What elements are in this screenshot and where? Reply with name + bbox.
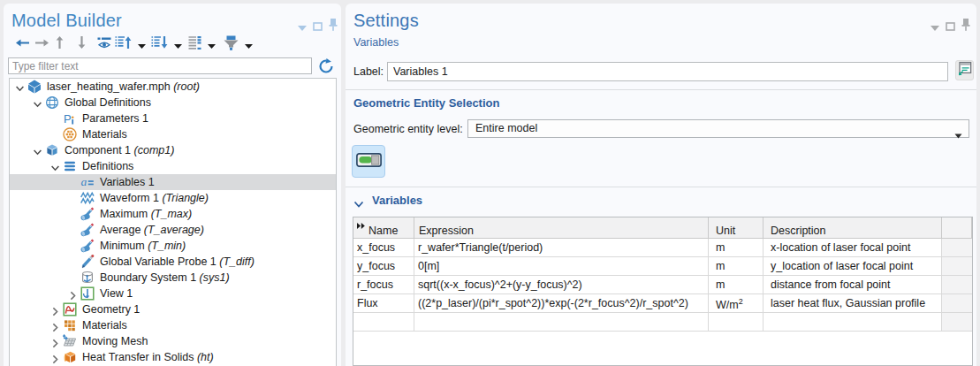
refresh-button[interactable]: [318, 58, 334, 74]
expand-columns-icon[interactable]: [357, 220, 366, 233]
tree-item-tag: (root): [171, 80, 200, 93]
caret-down-icon: [954, 127, 962, 144]
move-down-button[interactable]: [76, 36, 87, 52]
tree-item-heat-transfer-in-solids[interactable]: Heat Transfer in Solids (ht): [10, 349, 336, 365]
tree-item-view-1[interactable]: View 1: [10, 286, 336, 301]
tree-item-materials[interactable]: Materials: [10, 317, 336, 333]
cell-expression[interactable]: [414, 313, 709, 331]
cell-expression[interactable]: ((2*p_laser)/(pi*r_spot^2))*exp(-(2*r_fo…: [414, 294, 709, 312]
cell-name[interactable]: y_focus: [353, 257, 414, 275]
cell-description[interactable]: y_location of laser focal point: [763, 257, 942, 275]
expanded-chevron-icon[interactable]: [33, 98, 42, 108]
tree-item-average[interactable]: Average (T_average): [10, 222, 336, 238]
tree-item-label: Average (T_average): [100, 222, 204, 238]
tree-item-moving-mesh[interactable]: Moving Mesh: [10, 333, 336, 349]
tree-item-minimum[interactable]: Minimum (T_min): [10, 238, 336, 254]
cell-name[interactable]: x_focus: [353, 239, 414, 256]
tree-item-materials[interactable]: Materials: [10, 126, 336, 142]
tree-item-boundary-system-1[interactable]: Boundary System 1 (sys1): [10, 270, 336, 286]
tree-item-geometry-1[interactable]: Geometry 1: [10, 301, 336, 317]
tree-item-label: Global Variable Probe 1 (T_diff): [100, 254, 254, 270]
tree-item-maximum[interactable]: Maximum (T_max): [10, 206, 336, 222]
column-header-name[interactable]: Name: [353, 217, 414, 238]
tree-item-parameters-1[interactable]: PParameters 1: [10, 111, 336, 126]
expand-all-button[interactable]: [151, 36, 182, 52]
cell-description[interactable]: laser heat flux, Gaussian profile: [763, 294, 942, 312]
cell-description[interactable]: [763, 313, 942, 331]
cell-description[interactable]: x-location of laser focal point: [763, 239, 942, 256]
table-row-flux[interactable]: Flux((2*p_laser)/(pi*r_spot^2))*exp(-(2*…: [353, 294, 972, 313]
table-row-r_focus[interactable]: r_focussqrt((x-x_focus)^2+(y-y_focus)^2)…: [353, 276, 972, 294]
cell-expression[interactable]: 0[m]: [414, 257, 709, 275]
expanded-chevron-icon[interactable]: [33, 146, 42, 156]
arrow-right-icon: [34, 36, 49, 53]
label-document-button[interactable]: [955, 60, 974, 80]
forward-button[interactable]: [34, 36, 49, 52]
show-button[interactable]: [97, 36, 111, 52]
column-header-description[interactable]: Description: [763, 217, 942, 238]
tree-item-global-definitions[interactable]: Global Definitions: [10, 95, 336, 111]
pin-panel-icon[interactable]: [329, 19, 338, 34]
cell-unit[interactable]: m: [709, 276, 763, 294]
table-row-x_focus[interactable]: x_focusr_wafer*Triangle(t/period)mx-loca…: [353, 239, 972, 257]
dropdown-caret-icon[interactable]: [138, 36, 146, 52]
table-row-empty[interactable]: [353, 313, 972, 332]
cell-expression[interactable]: r_wafer*Triangle(t/period): [414, 239, 709, 256]
expanded-chevron-icon[interactable]: [50, 162, 60, 172]
cell-unit[interactable]: m: [709, 239, 763, 256]
model-root-icon: [27, 80, 42, 94]
table-row-y_focus[interactable]: y_focus0[m]my_location of laser focal po…: [353, 257, 972, 276]
collapsed-chevron-icon[interactable]: [50, 337, 60, 347]
back-button[interactable]: [15, 36, 30, 52]
collapsed-chevron-icon[interactable]: [50, 353, 60, 362]
cell-description[interactable]: distance from focal point: [763, 276, 942, 294]
tree-item-label: Materials: [82, 317, 127, 333]
restore-panel-icon[interactable]: [946, 19, 955, 34]
list-down-icon: [151, 35, 168, 53]
active-toggle-icon: [356, 153, 382, 171]
expanded-chevron-icon[interactable]: [15, 82, 25, 92]
collapsed-chevron-icon[interactable]: [50, 305, 60, 315]
geometric-entity-selection-heading: Geometric Entity Selection: [353, 96, 499, 110]
variables-section-header[interactable]: Variables: [353, 193, 422, 207]
tree-item-tag: (T_min): [145, 240, 186, 252]
collapsed-chevron-icon[interactable]: [50, 321, 60, 331]
tree-item-component-1[interactable]: Component 1 (comp1): [10, 142, 336, 158]
tree-item-tag: (ht): [194, 351, 213, 363]
column-header-unit[interactable]: Unit: [709, 217, 763, 238]
restore-panel-icon[interactable]: [313, 19, 323, 34]
tree-item-label: Maximum (T_max): [100, 206, 192, 222]
node-text-button[interactable]: [188, 36, 216, 52]
collapse-panel-chevron-icon[interactable]: [931, 19, 939, 34]
pin-panel-icon[interactable]: [961, 19, 970, 34]
cell-unit[interactable]: W/m2: [709, 294, 763, 312]
dropdown-caret-icon[interactable]: [174, 36, 182, 52]
move-up-button[interactable]: [54, 36, 65, 52]
cell-unit[interactable]: [709, 313, 763, 331]
tree-item-global-variable-probe-1[interactable]: Global Variable Probe 1 (T_diff): [10, 254, 336, 270]
geometric-entity-level-select[interactable]: Entire model: [467, 119, 969, 138]
collapse-panel-chevron-icon[interactable]: [298, 19, 307, 34]
tree-item-label: View 1: [100, 286, 133, 301]
cell-name[interactable]: r_focus: [353, 276, 414, 294]
cell-name[interactable]: [353, 313, 414, 331]
active-selection-toggle-button[interactable]: [352, 145, 385, 178]
tree-filter-input[interactable]: [8, 57, 312, 74]
tree-item-laser-heating-wafer-mph[interactable]: laser_heating_wafer.mph (root): [10, 79, 336, 95]
tree-item-label: Boundary System 1 (sys1): [100, 270, 230, 286]
cell-name[interactable]: Flux: [353, 294, 414, 312]
tree-item-waveform-1[interactable]: Waveform 1 (Triangle): [10, 190, 336, 206]
dropdown-caret-icon[interactable]: [208, 36, 216, 52]
tree-item-variables-1[interactable]: aVariables 1: [10, 174, 336, 190]
cell-unit[interactable]: m: [709, 257, 763, 275]
dropdown-caret-icon[interactable]: [245, 36, 253, 52]
collapse-all-button[interactable]: [115, 36, 146, 52]
tree-item-label: Global Definitions: [65, 95, 151, 111]
column-header-expression[interactable]: Expression: [414, 217, 709, 238]
collapsed-chevron-icon[interactable]: [68, 289, 78, 299]
label-input[interactable]: [387, 62, 948, 81]
tree-item-label: laser_heating_wafer.mph (root): [47, 79, 200, 95]
filter-button[interactable]: [224, 36, 253, 52]
cell-expression[interactable]: sqrt((x-x_focus)^2+(y-y_focus)^2): [414, 276, 709, 294]
tree-item-definitions[interactable]: Definitions: [10, 158, 336, 174]
